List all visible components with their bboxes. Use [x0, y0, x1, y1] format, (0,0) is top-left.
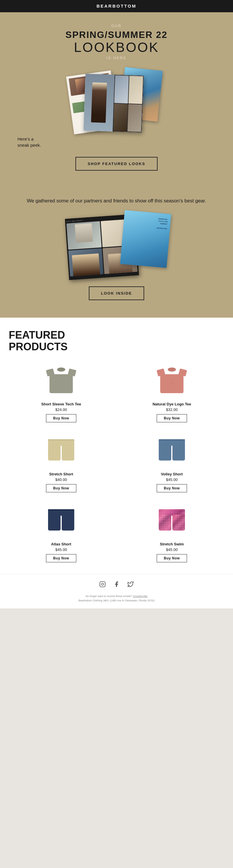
product-name-0: Short Sleeve Tech Tee [9, 402, 113, 406]
book2-blue: WHERE WILLYOU GO THISSUMMER?BEARBOTTOM [120, 210, 171, 268]
hero-sub-label: OUR [6, 24, 227, 28]
buy-button-1[interactable]: Buy Now [157, 414, 187, 422]
product-image-2 [41, 431, 81, 469]
hero-title-light: LOOKBOOK [6, 40, 227, 55]
buy-button-0[interactable]: Buy Now [46, 414, 76, 422]
shop-featured-looks-button[interactable]: SHOP FEATURED LOOKS [75, 157, 158, 170]
look-inside-button[interactable]: LOOK INSIDE [89, 286, 144, 300]
mid-description: We gathered some of our partners and fri… [18, 197, 215, 205]
product-name-4: Atlas Short [9, 542, 113, 546]
product-price-0: $24.00 [9, 407, 113, 412]
lookbook-mockup: Staying true to our roots.Lorem ipsum do… [70, 69, 163, 133]
twitter-link[interactable] [126, 580, 135, 588]
book-main [84, 73, 144, 132]
hero-title-bold: SPRING/SUMMER 22 [6, 30, 227, 40]
book-main-left-page [84, 73, 115, 131]
hero-is-here: IS HERE [6, 56, 227, 60]
facebook-link[interactable] [112, 580, 121, 588]
buy-button-2[interactable]: Buy Now [46, 484, 76, 492]
products-grid: Short Sleeve Tech Tee $24.00 Buy Now B N… [9, 361, 224, 562]
svg-rect-0 [100, 582, 105, 587]
product-price-2: $40.00 [9, 477, 113, 482]
product-price-3: $45.00 [120, 477, 224, 482]
svg-point-2 [104, 583, 104, 583]
product-card-4: Atlas Short $45.00 Buy Now [9, 501, 113, 562]
product-name-1: Natural Dye Logo Tee [120, 402, 224, 406]
product-card-0: Short Sleeve Tech Tee $24.00 Buy Now [9, 361, 113, 422]
buy-button-3[interactable]: Buy Now [157, 484, 187, 492]
product-image-3 [152, 431, 192, 469]
buy-button-5[interactable]: Buy Now [157, 554, 187, 562]
featured-products-section: FEATURED PRODUCTS Short Sleeve Tech Tee … [0, 318, 233, 574]
book-main-inner [84, 73, 144, 132]
mid-text-section: We gathered some of our partners and fri… [0, 188, 233, 208]
product-card-5: Stretch Swim $45.00 Buy Now [120, 501, 224, 562]
product-card-3: Volley Short $45.00 Buy Now [120, 431, 224, 492]
product-card-1: B Natural Dye Logo Tee $32.00 Buy Now [120, 361, 224, 422]
footer-social [0, 574, 233, 591]
product-image-4 [41, 501, 81, 539]
instagram-link[interactable] [98, 580, 107, 588]
book-main-right-page [113, 75, 144, 132]
brand-logo: BEARBOTTOM [96, 3, 136, 8]
featured-title: FEATURED PRODUCTS [9, 329, 224, 352]
unsubscribe-link[interactable]: Unsubscribe [133, 595, 147, 598]
lookbook2-section: Let's get movin' WHERE WILLYO [0, 208, 233, 318]
hero-section: OUR SPRING/SUMMER 22 LOOKBOOK IS HERE St… [0, 12, 233, 188]
product-price-4: $45.00 [9, 548, 113, 552]
header: BEARBOTTOM [0, 0, 233, 12]
product-image-0 [41, 361, 81, 399]
product-name-3: Volley Short [120, 472, 224, 476]
product-name-2: Stretch Short [9, 472, 113, 476]
sneak-peek-text: Here's asneak peek. [6, 136, 227, 148]
footer-address: Bearbottom Clothing 3801 118th Ave N Cle… [78, 599, 155, 602]
product-price-5: $45.00 [120, 548, 224, 552]
svg-point-1 [101, 583, 103, 585]
unsubscribe-text: No longer want to receive these emails? [86, 595, 132, 598]
look-inside-container: LOOK INSIDE [6, 286, 227, 303]
product-image-5 [152, 501, 192, 539]
product-name-5: Stretch Swim [120, 542, 224, 546]
lookbook2-mockup: Let's get movin' WHERE WILLYO [61, 211, 172, 281]
product-card-2: Stretch Short $40.00 Buy Now [9, 431, 113, 492]
buy-button-4[interactable]: Buy Now [46, 554, 76, 562]
product-price-1: $32.00 [120, 407, 224, 412]
product-image-1: B [152, 361, 192, 399]
footer-bottom: No longer want to receive these emails? … [0, 591, 233, 609]
